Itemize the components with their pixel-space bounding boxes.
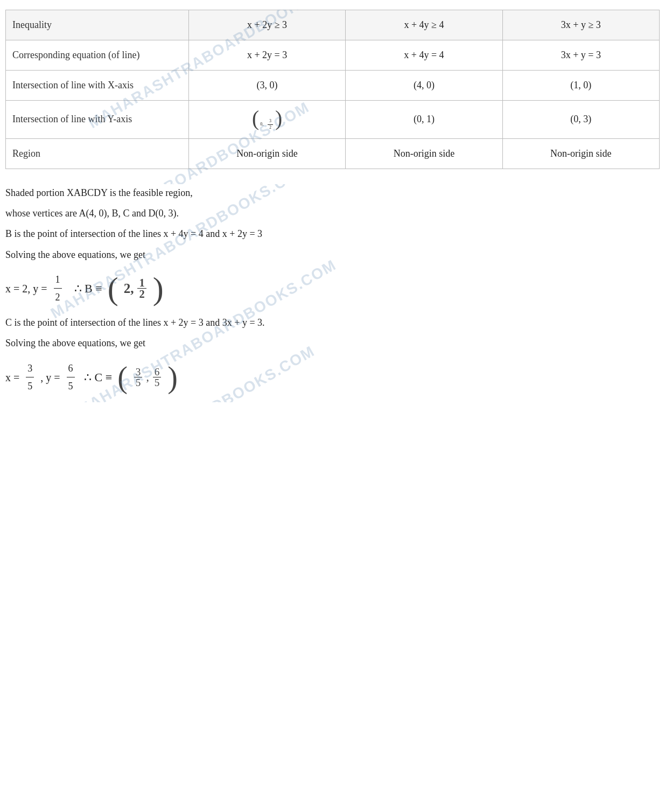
table-row-xaxis: Intersection of line with X-axis (3, 0) … — [6, 71, 660, 101]
solution-line5: C is the point of intersection of the li… — [5, 314, 660, 331]
frac-1-2-b: 1 2 — [54, 271, 62, 306]
frac-6-5-cval-den: 5 — [153, 377, 162, 388]
table-header-row: Inequality x + 2y ≥ 3 x + 4y ≥ 4 3x + y … — [6, 10, 660, 40]
frac-3-5-c: 3 5 — [26, 360, 34, 395]
header-col0: Inequality — [6, 10, 189, 40]
solution-line4: Solving the above equations, we get — [5, 246, 660, 263]
frac-3-5-cval-num: 3 — [134, 367, 143, 377]
solution-line1: Shaded portion XABCDY is the feasible re… — [5, 184, 660, 201]
solution-section: MAHARASHTRABOARDBOOKS.COM MAHARASHTRABOA… — [5, 184, 660, 403]
solution-line2: whose vertices are A(4, 0), B, C and D(0… — [5, 205, 660, 222]
fraction-denominator: 2 — [268, 125, 273, 131]
row-yaxis-col3: (0, 3) — [502, 101, 659, 139]
row-eq-col2: x + 4y = 4 — [346, 40, 502, 71]
frac-1-2-bval-num: 1 — [137, 277, 146, 289]
row-region-col3: Non-origin side — [502, 138, 659, 169]
frac-1-2-b-den: 2 — [54, 289, 62, 306]
y-intercept-paren-close: ) — [275, 108, 282, 130]
b-paren-open: ( — [108, 272, 118, 305]
frac-6-5-c-num: 6 — [67, 360, 75, 377]
header-col2: x + 4y ≥ 4 — [346, 10, 502, 40]
row-xaxis-col1: (3, 0) — [188, 71, 345, 101]
c-comma: , — [146, 372, 149, 383]
fraction-3-2: 32 — [268, 118, 273, 131]
y-equals-c: , y = — [40, 368, 60, 387]
frac-1-2-bval-den: 2 — [137, 289, 146, 300]
c-paren-close: ) — [167, 362, 178, 393]
frac-3-5-c-num: 3 — [26, 360, 34, 377]
c-value: 3 5 , 6 5 — [133, 367, 162, 388]
table-row-eq: Corresponding equation (of line) x + 2y … — [6, 40, 660, 71]
b-paren-close: ) — [153, 272, 164, 305]
y-intercept-value: 0, 32 — [260, 118, 274, 131]
c-coords: 3 5 , 6 5 — [133, 367, 162, 388]
header-col3: 3x + y ≥ 3 — [502, 10, 659, 40]
frac-3-5-cval-den: 5 — [134, 377, 143, 388]
frac-6-5-c-den: 5 — [67, 377, 75, 395]
inequality-table: Inequality x + 2y ≥ 3 x + 4y ≥ 4 3x + y … — [5, 10, 660, 169]
row-eq-col3: 3x + y = 3 — [502, 40, 659, 71]
therefore-c: ∴ C ≡ — [81, 367, 113, 388]
row-yaxis-col2: (0, 1) — [346, 101, 502, 139]
fraction-numerator: 3 — [268, 118, 273, 125]
row-yaxis-col1: (0, 32) — [188, 101, 345, 139]
c-paren-open: ( — [117, 362, 128, 393]
frac-6-5-c: 6 5 — [67, 360, 75, 395]
row-xaxis-col3: (1, 0) — [502, 71, 659, 101]
row-xaxis-label: Intersection of line with X-axis — [6, 71, 189, 101]
b-x: 2, — [124, 282, 134, 295]
inequality-table-container: MAHARASHTRABOARDBOOKS.COM MAHARASHTRABOA… — [5, 10, 660, 184]
row-xaxis-col2: (4, 0) — [346, 71, 502, 101]
row-region-col1: Non-origin side — [188, 138, 345, 169]
b-value: 2, 1 2 — [124, 277, 148, 300]
row-eq-col1: x + 2y = 3 — [188, 40, 345, 71]
table-row-yaxis: Intersection of line with Y-axis (0, 32)… — [6, 101, 660, 139]
row-region-col2: Non-origin side — [346, 138, 502, 169]
therefore-b: ∴ B ≡ — [68, 278, 102, 299]
x-equals-c: x = — [5, 368, 19, 387]
row-yaxis-label: Intersection of line with Y-axis — [6, 101, 189, 139]
solution-line3: B is the point of intersection of the li… — [5, 225, 660, 242]
solution-line6: Solving the above equations, we get — [5, 334, 660, 352]
header-col1: x + 2y ≥ 3 — [188, 10, 345, 40]
frac-6-5-cval: 6 5 — [153, 367, 162, 388]
frac-3-5-cval: 3 5 — [134, 367, 143, 388]
math-b-line: x = 2, y = 1 2 ∴ B ≡ ( 2, 1 2 ) — [5, 271, 660, 306]
x-equals-2: x = 2, y = — [5, 279, 47, 298]
table-row-region: Region Non-origin side Non-origin side N… — [6, 138, 660, 169]
row-eq-label: Corresponding equation (of line) — [6, 40, 189, 71]
y-intercept-paren-open: ( — [252, 108, 259, 130]
frac-3-5-c-den: 5 — [26, 377, 34, 395]
b-coords: 2, 1 2 — [124, 277, 148, 300]
frac-6-5-cval-num: 6 — [153, 367, 162, 377]
frac-1-2-bval: 1 2 — [137, 277, 146, 300]
row-region-label: Region — [6, 138, 189, 169]
frac-1-2-b-num: 1 — [54, 271, 62, 289]
math-c-line: x = 3 5 , y = 6 5 ∴ C ≡ ( 3 5 , 6 5 — [5, 360, 660, 395]
